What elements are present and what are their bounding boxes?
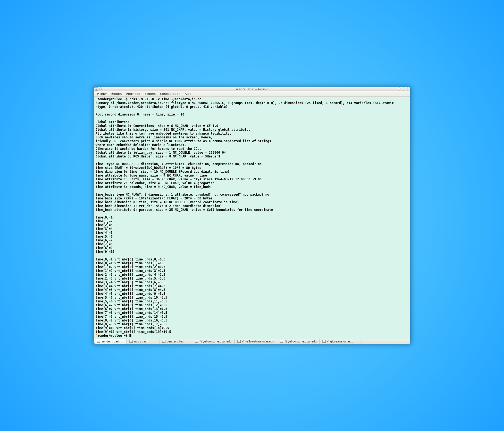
terminal-tab-icon bbox=[237, 340, 241, 343]
tab-label: nco : bash bbox=[134, 340, 149, 343]
terminal-tab-icon bbox=[280, 340, 283, 343]
tab-3[interactable]: zender : bash bbox=[159, 339, 192, 344]
menu-fichier[interactable]: Fichier bbox=[95, 92, 109, 96]
tab-6[interactable]: () yellowstone.ucar.edu bbox=[277, 339, 320, 344]
terminal-output: Summary of /home/zender/nco/data/in.nc: … bbox=[96, 101, 394, 334]
tab-2[interactable]: nco : bash bbox=[127, 339, 159, 344]
window-title: zender : bash – Konsole bbox=[94, 88, 410, 91]
menu-aide[interactable]: Aide bbox=[183, 92, 194, 96]
menubar: Fichier Édition Affichage Signets Config… bbox=[94, 91, 410, 97]
prompt: zender@roulee:~$ bbox=[97, 334, 129, 338]
menu-configuration[interactable]: Configuration bbox=[158, 92, 183, 96]
tab-label: zender : bash bbox=[167, 340, 186, 343]
tab-label: () yellowstone.ucar.edu bbox=[200, 340, 232, 343]
tab-label: () givre.ess.uci.edu bbox=[327, 340, 354, 343]
terminal-tab-icon bbox=[129, 340, 133, 343]
tab-7[interactable]: () givre.ess.uci.edu bbox=[320, 339, 357, 344]
cursor-icon bbox=[129, 334, 131, 337]
tabbar: zender : bash nco : bash zender : bash (… bbox=[94, 339, 410, 344]
tab-5[interactable]: () yellowstone.ucar.edu bbox=[235, 339, 277, 344]
terminal[interactable]: ^zender@roulee:~$ ncks -M -m -H -v time … bbox=[94, 97, 410, 339]
prompt: zender@roulee:~$ bbox=[97, 97, 129, 101]
terminal-tab-icon bbox=[322, 340, 326, 343]
new-tab-button[interactable] bbox=[356, 339, 361, 344]
tab-label: zender : bash bbox=[102, 340, 120, 343]
konsole-window: ≡ zender : bash – Konsole – ◦ × Fichier … bbox=[94, 87, 410, 344]
tab-1[interactable]: zender : bash bbox=[94, 339, 127, 344]
menu-affichage[interactable]: Affichage bbox=[124, 92, 143, 96]
titlebar[interactable]: ≡ zender : bash – Konsole – ◦ × bbox=[94, 87, 410, 91]
terminal-tab-icon bbox=[195, 340, 198, 343]
tab-4[interactable]: () yellowstone.ucar.edu bbox=[192, 339, 235, 344]
menu-edition[interactable]: Édition bbox=[109, 92, 124, 96]
menu-signets[interactable]: Signets bbox=[142, 92, 158, 96]
command: ncks -M -m -H -v time ~/nco/data/in.nc bbox=[129, 97, 201, 101]
terminal-tab-icon bbox=[162, 340, 165, 343]
tab-label: () yellowstone.ucar.edu bbox=[285, 340, 317, 343]
terminal-tab-icon bbox=[97, 340, 100, 343]
tab-label: () yellowstone.ucar.edu bbox=[242, 340, 274, 343]
